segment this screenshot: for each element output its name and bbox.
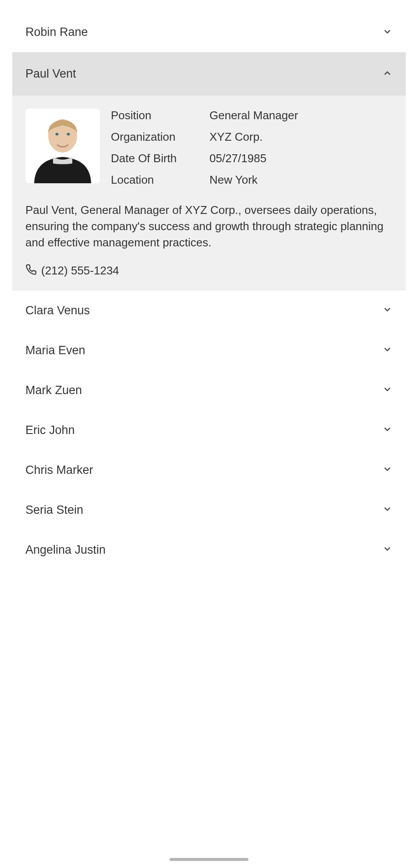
- detail-value: 05/27/1985: [209, 152, 266, 165]
- chevron-down-icon: [382, 424, 393, 436]
- detail-label: Position: [111, 109, 209, 122]
- detail-label: Location: [111, 173, 209, 187]
- detail-dob: Date Of Birth 05/27/1985: [111, 152, 393, 165]
- accordion-item: Robin Rane: [12, 12, 406, 52]
- detail-organization: Organization XYZ Corp.: [111, 130, 393, 144]
- chevron-down-icon: [382, 384, 393, 396]
- detail-position: Position General Manager: [111, 109, 393, 122]
- accordion-header-angelina-justin[interactable]: Angelina Justin: [12, 530, 406, 570]
- accordion-item: Eric John: [12, 410, 406, 450]
- accordion-item: Angelina Justin: [12, 530, 406, 570]
- detail-value: New York: [209, 173, 258, 187]
- phone-number: (212) 555-1234: [41, 264, 119, 277]
- profile-row: Position General Manager Organization XY…: [25, 109, 393, 187]
- accordion-header-mark-zuen[interactable]: Mark Zuen: [12, 370, 406, 410]
- accordion-title: Robin Rane: [25, 25, 88, 39]
- accordion-item: Clara Venus: [12, 291, 406, 331]
- detail-label: Date Of Birth: [111, 152, 209, 165]
- accordion-item: Maria Even: [12, 331, 406, 370]
- accordion-header-chris-marker[interactable]: Chris Marker: [12, 450, 406, 490]
- detail-label: Organization: [111, 130, 209, 144]
- accordion-title: Paul Vent: [25, 67, 76, 81]
- svg-point-2: [56, 133, 59, 135]
- chevron-down-icon: [382, 504, 393, 516]
- accordion-item: Chris Marker: [12, 450, 406, 490]
- accordion-title: Maria Even: [25, 344, 85, 357]
- accordion-header-clara-venus[interactable]: Clara Venus: [12, 291, 406, 331]
- svg-point-3: [67, 133, 70, 135]
- chevron-down-icon: [382, 344, 393, 356]
- phone-row[interactable]: (212) 555-1234: [25, 264, 393, 277]
- contact-list: Robin Rane Paul Vent: [0, 0, 418, 582]
- chevron-down-icon: [382, 544, 393, 556]
- accordion-item: Paul Vent: [12, 52, 406, 291]
- accordion-item: Mark Zuen: [12, 370, 406, 410]
- accordion-content: Position General Manager Organization XY…: [12, 96, 406, 291]
- home-indicator[interactable]: [170, 858, 248, 861]
- accordion-header-eric-john[interactable]: Eric John: [12, 410, 406, 450]
- accordion-header-paul-vent[interactable]: Paul Vent: [12, 52, 406, 96]
- accordion-title: Chris Marker: [25, 463, 93, 477]
- accordion-item: Seria Stein: [12, 490, 406, 530]
- accordion-header-maria-even[interactable]: Maria Even: [12, 331, 406, 370]
- accordion-title: Seria Stein: [25, 503, 83, 517]
- accordion-header-seria-stein[interactable]: Seria Stein: [12, 490, 406, 530]
- chevron-up-icon: [382, 68, 393, 80]
- accordion-title: Clara Venus: [25, 304, 90, 317]
- profile-description: Paul Vent, General Manager of XYZ Corp.,…: [25, 202, 393, 251]
- avatar: [25, 109, 100, 183]
- chevron-down-icon: [382, 26, 393, 39]
- phone-icon: [25, 264, 37, 277]
- detail-value: XYZ Corp.: [209, 130, 262, 144]
- chevron-down-icon: [382, 304, 393, 317]
- detail-value: General Manager: [209, 109, 298, 122]
- accordion-title: Mark Zuen: [25, 384, 82, 397]
- accordion-header-robin-rane[interactable]: Robin Rane: [12, 12, 406, 52]
- detail-location: Location New York: [111, 173, 393, 187]
- accordion-title: Angelina Justin: [25, 543, 106, 557]
- chevron-down-icon: [382, 464, 393, 476]
- profile-details: Position General Manager Organization XY…: [111, 109, 393, 187]
- accordion-title: Eric John: [25, 423, 75, 437]
